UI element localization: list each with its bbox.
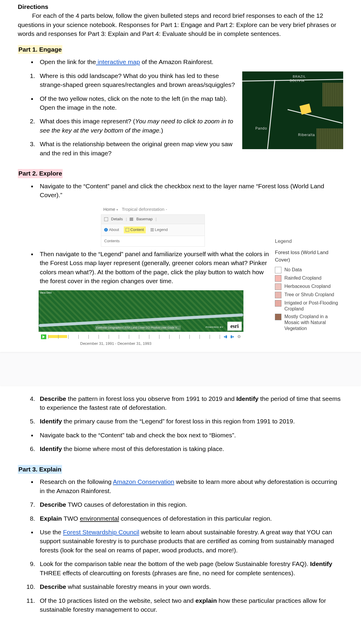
interactive-map-link[interactable]: interactive map bbox=[96, 58, 140, 65]
text: Open the link for the bbox=[40, 58, 96, 65]
panel-toolbar: Details | Basemap | bbox=[101, 214, 205, 224]
legend-swatch bbox=[275, 267, 281, 273]
text-bold: explain bbox=[195, 597, 217, 604]
text: Look for the comparison table near the b… bbox=[40, 560, 310, 567]
text: What does this image represent? ( bbox=[40, 118, 135, 125]
legend-icon bbox=[151, 228, 154, 231]
question-6: Identify the biome where most of this de… bbox=[37, 444, 343, 453]
amazon-conservation-link[interactable]: Amazon Conservation bbox=[113, 478, 174, 485]
esri-logo: esri bbox=[227, 322, 242, 331]
powered-by-label: POWERED BY bbox=[206, 326, 223, 329]
content-icon bbox=[126, 228, 129, 232]
panel-map-title: Tropical deforestation - bbox=[122, 207, 167, 212]
part2-heading: Part 2. Explore bbox=[18, 169, 63, 178]
text: what sustainable forestry means in your … bbox=[66, 583, 211, 590]
question-9: Look for the comparison table near the b… bbox=[37, 559, 343, 578]
step-forward-icon: ▮▸ bbox=[230, 334, 234, 339]
legend-title: Legend bbox=[275, 238, 343, 245]
slider-track bbox=[48, 334, 222, 339]
toolbar-details: Details bbox=[111, 216, 123, 222]
step-back-icon: ◂▮ bbox=[224, 334, 227, 339]
slider-map-image: Vaca Diez Earthstar Geographics | ESA La… bbox=[39, 290, 243, 332]
separator: | bbox=[156, 216, 156, 222]
part3-bullet-research: Research on the following Amazon Conserv… bbox=[37, 477, 343, 495]
text: THREE effects of clearcutting on forests… bbox=[40, 570, 295, 576]
question-10: Describe what sustainable forestry means… bbox=[37, 582, 343, 591]
text: ) bbox=[161, 127, 163, 134]
tab-content-highlighted: Content bbox=[124, 227, 146, 233]
time-slider-screenshot: Vaca Diez Earthstar Geographics | ESA La… bbox=[39, 290, 243, 346]
text: of the Amazon Rainforest. bbox=[140, 58, 213, 65]
legend-swatch bbox=[275, 300, 281, 307]
text: Research on the following bbox=[40, 478, 113, 485]
panel-breadcrumb: Home▾ Tropical deforestation - bbox=[101, 204, 205, 214]
legend-label: Mostly Cropland in a Mosaic with Natural… bbox=[284, 314, 343, 331]
text: Use the bbox=[40, 529, 63, 535]
slider-settings-icon: ⚙ bbox=[237, 334, 241, 339]
map-label-riberalta: Riberalta bbox=[298, 133, 315, 138]
fsc-link[interactable]: Forest Stewardship Council bbox=[63, 529, 139, 535]
directions-body: For each of the 4 parts below, follow th… bbox=[18, 11, 343, 38]
legend-item: Irrigated or Post-Flooding Cropland bbox=[275, 300, 343, 312]
legend-item: Tree or Shrub Cropland bbox=[275, 292, 343, 298]
play-button-icon bbox=[41, 334, 46, 339]
slider-date-range: December 31, 1991 - December 31, 1993 bbox=[80, 341, 243, 347]
tab-legend: Legend bbox=[151, 227, 168, 233]
legend-item: Rainfed Cropland bbox=[275, 275, 343, 282]
panel-sub-contents: Contents bbox=[101, 236, 205, 247]
chevron-down-icon: ▾ bbox=[116, 208, 118, 211]
text-bold: Describe bbox=[40, 583, 66, 590]
tab-about: i About bbox=[104, 227, 119, 233]
part2-bullet-content-panel: Navigate to the “Content” panel and clic… bbox=[37, 182, 343, 200]
arcgis-panel-screenshot: Home▾ Tropical deforestation - Details |… bbox=[101, 204, 205, 246]
text-bold: Describe bbox=[40, 501, 66, 508]
legend-label: No Data bbox=[284, 267, 302, 273]
text: the pattern in forest loss you observe f… bbox=[66, 395, 236, 402]
panel-home: Home bbox=[103, 207, 115, 212]
legend-subtitle: Forest loss (World Land Cover) bbox=[275, 249, 343, 264]
part1-bullet-open-link: Open the link for the interactive map of… bbox=[37, 58, 343, 66]
legend-item: No Data bbox=[275, 267, 343, 273]
directions-heading: Directions bbox=[18, 2, 343, 11]
time-slider-bar: ◂▮ ▮▸ ⚙ bbox=[39, 332, 243, 340]
toolbar-basemap: Basemap bbox=[136, 216, 153, 222]
part1-heading: Part 1. Engage bbox=[18, 45, 62, 54]
legend-label: Herbaceous Cropland bbox=[284, 283, 331, 289]
separator: | bbox=[126, 216, 127, 222]
text-bold: Identify bbox=[40, 418, 62, 425]
part3-bullet-fsc: Use the Forest Stewardship Council websi… bbox=[37, 528, 343, 555]
text-bold: Identify bbox=[310, 560, 332, 567]
details-icon bbox=[104, 217, 108, 221]
question-5: Identify the primary cause from the “Leg… bbox=[37, 417, 343, 426]
basemap-icon bbox=[130, 218, 133, 221]
map-credit: Earthstar Geographics | ESA Land Cover C… bbox=[95, 326, 181, 330]
map-corner-label: Vaca Diez bbox=[40, 291, 52, 295]
text-bold: Identify bbox=[236, 395, 259, 402]
legend-swatch bbox=[275, 275, 281, 282]
info-icon: i bbox=[104, 228, 108, 232]
tab-content-label: Content bbox=[130, 227, 144, 233]
tab-legend-label: Legend bbox=[155, 227, 168, 233]
text-italic: certified bbox=[207, 538, 229, 544]
legend-label: Rainfed Cropland bbox=[284, 275, 322, 281]
legend-swatch bbox=[275, 314, 281, 320]
page-break bbox=[0, 353, 361, 385]
text-bold: Identify bbox=[40, 445, 62, 452]
question-8: Explain TWO environmental consequences o… bbox=[37, 514, 343, 523]
legend-swatch bbox=[275, 292, 281, 298]
amazon-map-thumbnail: BRAZIL BOLIVIA Pando Riberalta bbox=[242, 71, 343, 149]
question-11: Of the 10 practices listed on the websit… bbox=[37, 596, 343, 614]
legend-block: Legend Forest loss (World Land Cover) No… bbox=[275, 238, 343, 333]
text-bold: Explain bbox=[40, 515, 62, 522]
part3-heading: Part 3. Explain bbox=[18, 465, 62, 474]
part2-bullet-biomes: Navigate back to the “Content” tab and c… bbox=[37, 431, 343, 440]
legend-label: Irrigated or Post-Flooding Cropland bbox=[284, 300, 343, 312]
map-label-bolivia: BOLIVIA bbox=[290, 79, 305, 83]
text: TWO causes of deforestation in this regi… bbox=[66, 501, 187, 508]
legend-swatch bbox=[275, 283, 281, 290]
legend-item: Herbaceous Cropland bbox=[275, 283, 343, 290]
text-bold: Describe bbox=[40, 395, 66, 402]
text: consequences of deforestation in this pa… bbox=[119, 515, 272, 522]
text: the primary cause from the “Legend” for … bbox=[62, 418, 295, 425]
panel-tabs: i About Content Legend bbox=[101, 224, 205, 236]
